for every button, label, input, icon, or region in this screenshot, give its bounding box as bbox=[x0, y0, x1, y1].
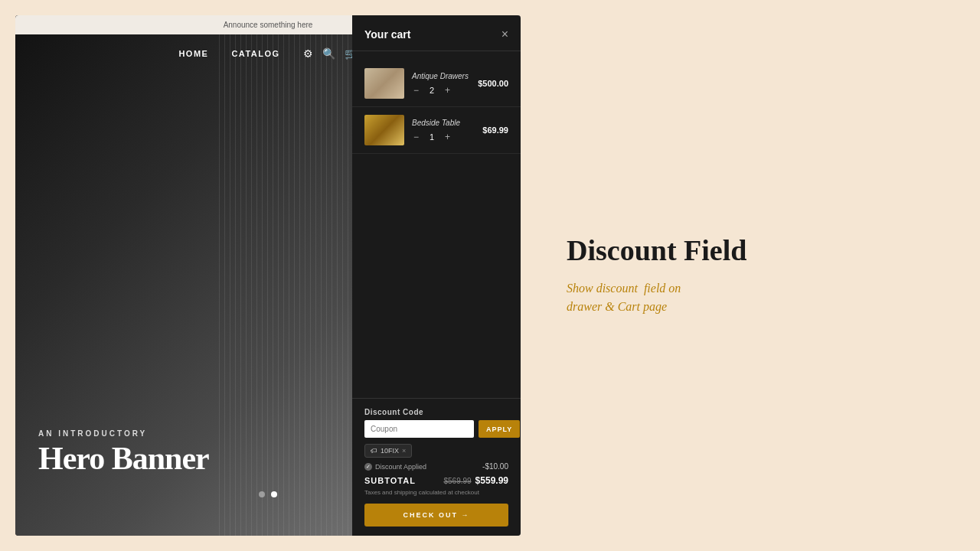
item-2-decrease[interactable]: − bbox=[412, 132, 420, 142]
info-panel: Discount Field Show discount field ondra… bbox=[521, 15, 965, 536]
hero-title: Hero Banner bbox=[38, 442, 209, 474]
apply-button[interactable]: APPLY bbox=[479, 420, 520, 438]
cart-items-list: Antique Drawers − 2 + $500.00 Bedside Ta… bbox=[352, 51, 521, 398]
dot-2[interactable] bbox=[271, 491, 277, 497]
item-2-price: $69.99 bbox=[482, 126, 508, 135]
item-1-qty: − 2 + bbox=[412, 85, 470, 96]
coupon-tag-row: 🏷 10FIX × bbox=[364, 444, 508, 458]
hero-subtitle: AN INTRODUCTORY bbox=[38, 429, 209, 438]
item-1-name: Antique Drawers bbox=[412, 72, 470, 80]
cart-item-1: Antique Drawers − 2 + $500.00 bbox=[352, 60, 521, 107]
check-icon: ✓ bbox=[364, 463, 372, 471]
nav-home[interactable]: HOME bbox=[178, 49, 208, 58]
discount-applied-text: Discount Applied bbox=[375, 463, 426, 471]
item-2-name: Bedside Table bbox=[412, 119, 475, 127]
item-2-info: Bedside Table − 1 + bbox=[412, 119, 475, 142]
discount-applied-row: ✓ Discount Applied -$10.00 bbox=[364, 462, 508, 471]
subtotal-prices: $569.99 $559.99 bbox=[443, 475, 508, 486]
item-2-image bbox=[364, 115, 404, 145]
info-description: Show discount field ondrawer & Cart page bbox=[567, 279, 965, 316]
item-1-increase[interactable]: + bbox=[443, 85, 452, 96]
tax-note: Taxes and shipping calculated at checkou… bbox=[364, 489, 508, 496]
hero-dots bbox=[259, 491, 277, 497]
cart-header: Your cart × bbox=[352, 15, 521, 51]
coupon-remove[interactable]: × bbox=[402, 447, 406, 455]
item-2-qty: − 1 + bbox=[412, 132, 475, 142]
main-container: Announce something here HOME CATALOG ⚙ 🔍… bbox=[15, 15, 965, 536]
original-price: $569.99 bbox=[443, 477, 471, 485]
discount-label: Discount Code bbox=[364, 408, 508, 416]
subtotal-row: SUBTOTAL $569.99 $559.99 bbox=[364, 475, 508, 486]
item-2-increase[interactable]: + bbox=[443, 132, 452, 142]
item-1-decrease[interactable]: − bbox=[412, 85, 420, 96]
coupon-code: 10FIX bbox=[381, 447, 399, 455]
info-title: Discount Field bbox=[567, 235, 965, 267]
discount-input-row: APPLY bbox=[364, 420, 508, 438]
coupon-input[interactable] bbox=[364, 420, 474, 438]
user-icon[interactable]: ⚙ bbox=[303, 47, 313, 60]
cart-item-2: Bedside Table − 1 + $69.99 bbox=[352, 107, 521, 154]
cart-title: Your cart bbox=[364, 28, 410, 41]
dot-1[interactable] bbox=[259, 491, 265, 497]
item-1-image bbox=[364, 68, 404, 99]
item-2-qty-val: 1 bbox=[426, 132, 437, 142]
announcement-text: Announce something here bbox=[224, 21, 313, 29]
cart-drawer: Your cart × Antique Drawers − 2 + bbox=[352, 15, 521, 536]
subtotal-label: SUBTOTAL bbox=[364, 476, 416, 485]
item-1-qty-val: 2 bbox=[426, 86, 437, 95]
discount-applied-label: ✓ Discount Applied bbox=[364, 463, 426, 471]
search-icon[interactable]: 🔍 bbox=[322, 47, 335, 60]
nav-icons: ⚙ 🔍 🛒 bbox=[303, 47, 358, 60]
checkout-button[interactable]: CHECK OUT → bbox=[364, 504, 508, 527]
cart-close-button[interactable]: × bbox=[501, 28, 508, 41]
item-1-price: $500.00 bbox=[478, 79, 508, 88]
discount-amount: -$10.00 bbox=[482, 462, 508, 471]
item-1-info: Antique Drawers − 2 + bbox=[412, 72, 470, 96]
cart-footer: Discount Code APPLY 🏷 10FIX × ✓ Discount bbox=[352, 398, 521, 536]
hero-text: AN INTRODUCTORY Hero Banner bbox=[38, 429, 209, 474]
tag-icon: 🏷 bbox=[371, 447, 377, 455]
storefront-preview: Announce something here HOME CATALOG ⚙ 🔍… bbox=[15, 15, 521, 536]
coupon-tag: 🏷 10FIX × bbox=[364, 444, 412, 458]
final-price: $559.99 bbox=[475, 475, 508, 486]
nav-catalog[interactable]: CATALOG bbox=[231, 49, 279, 58]
